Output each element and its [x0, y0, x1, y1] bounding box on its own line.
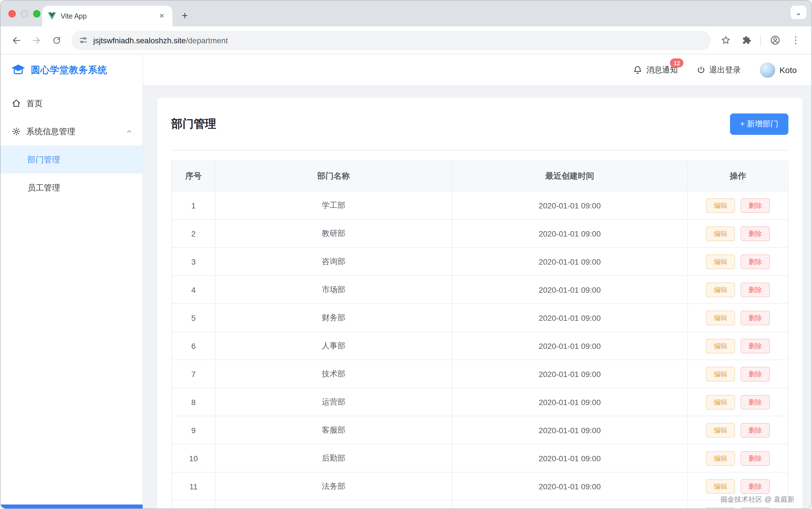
row-number-cell: 7 [172, 360, 215, 388]
actions-cell: 编辑 删除 [687, 276, 788, 304]
sidebar-item-home[interactable]: 首页 [1, 89, 143, 117]
created-time-cell: 2020-01-01 09:00 [452, 388, 687, 416]
delete-button[interactable]: 删除 [741, 226, 770, 241]
delete-button[interactable]: 删除 [741, 198, 770, 213]
new-tab-button[interactable]: + [177, 8, 192, 24]
edit-button[interactable]: 编辑 [706, 310, 735, 325]
tab-title: Vite App [61, 12, 152, 20]
user-avatar [760, 62, 776, 78]
actions-cell: 编辑 删除 [687, 416, 788, 444]
back-button[interactable] [8, 32, 25, 48]
edit-button[interactable]: 编辑 [706, 254, 735, 269]
gear-icon [12, 127, 21, 136]
delete-button[interactable]: 删除 [741, 254, 770, 269]
delete-button[interactable]: 删除 [741, 507, 770, 509]
created-time-cell: 2020-01-01 09:00 [452, 276, 687, 304]
browser-tab[interactable]: Vite App ✕ [42, 6, 172, 26]
browser-profile-icon[interactable] [768, 33, 782, 47]
delete-button[interactable]: 删除 [741, 282, 770, 297]
table-row: 编辑 删除 [172, 500, 788, 509]
department-name-cell: 教研部 [215, 219, 452, 247]
edit-button[interactable]: 编辑 [706, 451, 735, 466]
user-menu[interactable]: Koto [760, 62, 797, 78]
edit-button[interactable]: 编辑 [706, 479, 735, 494]
sidebar-bottom-bar [1, 505, 143, 508]
edit-button[interactable]: 编辑 [706, 423, 735, 437]
site-settings-icon[interactable] [79, 36, 87, 44]
app-header: 消息通知 12 退出登录 Koto [143, 55, 811, 86]
watermark: 掘金技术社区 @ 袁庭新 [720, 495, 795, 505]
department-name-cell: 客服部 [215, 416, 452, 444]
table-row: 11 法务部 2020-01-01 09:00 编辑 删除 [172, 472, 788, 500]
url-text: jsjtswfniadh.sealoshzh.site/department [93, 36, 228, 45]
delete-button[interactable]: 删除 [741, 338, 770, 353]
sidebar-item-employee-mgmt[interactable]: 员工管理 [1, 174, 143, 202]
delete-button[interactable]: 删除 [741, 423, 770, 437]
department-name-cell: 咨询部 [215, 247, 452, 276]
row-number-cell: 1 [172, 191, 215, 219]
url-path: /department [186, 36, 228, 45]
department-name-cell: 法务部 [215, 472, 452, 500]
reload-button[interactable] [48, 32, 65, 48]
edit-button[interactable]: 编辑 [706, 507, 735, 509]
column-header-index: 序号 [172, 161, 215, 191]
sidebar-item-label: 系统信息管理 [26, 126, 120, 137]
department-name-cell: 学工部 [215, 191, 452, 219]
browser-menu-icon[interactable]: ⋮ [789, 33, 803, 47]
department-name-cell: 技术部 [215, 360, 452, 388]
table-row: 4 市场部 2020-01-01 09:00 编辑 删除 [172, 276, 788, 304]
actions-cell: 编辑 删除 [687, 360, 788, 388]
delete-button[interactable]: 删除 [741, 451, 770, 466]
department-table: 序号 部门名称 最近创建时间 操作 1 学工部 2020-01-01 09:00… [171, 161, 788, 509]
created-time-cell: 2020-01-01 09:00 [452, 416, 687, 444]
delete-button[interactable]: 删除 [741, 479, 770, 494]
toolbar-right: ⋮ [715, 33, 806, 47]
sidebar-menu: 首页 系统信息管理 部门管理 员 [1, 86, 143, 202]
column-header-time: 最近创建时间 [452, 161, 687, 191]
department-name-cell: 人事部 [215, 332, 452, 360]
close-window-button[interactable] [8, 10, 16, 18]
actions-cell: 编辑 删除 [687, 191, 788, 219]
created-time-cell: 2020-01-01 09:00 [452, 472, 687, 500]
sidebar-item-department-mgmt[interactable]: 部门管理 [1, 145, 143, 174]
home-icon [12, 99, 21, 108]
created-time-cell: 2020-01-01 09:00 [452, 444, 687, 472]
minimize-window-button[interactable] [21, 10, 28, 18]
actions-cell: 编辑 删除 [687, 247, 788, 276]
logout-button[interactable]: 退出登录 [697, 65, 741, 75]
created-time-cell: 2020-01-01 09:00 [452, 247, 687, 276]
forward-button[interactable] [28, 32, 45, 48]
chevron-down-icon: ⌄ [796, 8, 802, 16]
delete-button[interactable]: 删除 [741, 367, 770, 381]
row-number-cell: 2 [172, 219, 215, 247]
brand-logo-icon [11, 63, 26, 78]
edit-button[interactable]: 编辑 [706, 226, 735, 241]
zoom-window-button[interactable] [33, 10, 40, 18]
notifications-button[interactable]: 消息通知 12 [633, 65, 678, 75]
edit-button[interactable]: 编辑 [706, 367, 735, 381]
notification-badge: 12 [670, 58, 683, 67]
extensions-icon[interactable] [740, 33, 753, 47]
bell-icon [633, 65, 642, 75]
add-department-button[interactable]: + 新增部门 [730, 113, 788, 135]
edit-button[interactable]: 编辑 [706, 282, 735, 297]
created-time-cell [452, 500, 687, 509]
delete-button[interactable]: 删除 [741, 310, 770, 325]
sidebar-item-system-info[interactable]: 系统信息管理 [1, 117, 143, 145]
table-row: 6 人事部 2020-01-01 09:00 编辑 删除 [172, 332, 788, 360]
close-tab-icon[interactable]: ✕ [157, 11, 167, 21]
toolbar-separator [760, 35, 761, 46]
table-row: 2 教研部 2020-01-01 09:00 编辑 删除 [172, 219, 788, 247]
power-icon [697, 66, 705, 74]
table-row: 10 后勤部 2020-01-01 09:00 编辑 删除 [172, 444, 788, 472]
edit-button[interactable]: 编辑 [706, 198, 735, 213]
department-name-cell [215, 500, 452, 509]
delete-button[interactable]: 删除 [741, 395, 770, 409]
table-row: 3 咨询部 2020-01-01 09:00 编辑 删除 [172, 247, 788, 276]
bookmark-star-icon[interactable] [719, 33, 732, 47]
edit-button[interactable]: 编辑 [706, 395, 735, 409]
address-bar[interactable]: jsjtswfniadh.sealoshzh.site/department [71, 31, 711, 50]
tab-search-button[interactable]: ⌄ [791, 6, 806, 19]
brand: 圆心学堂教务系统 [1, 55, 143, 86]
edit-button[interactable]: 编辑 [706, 338, 735, 353]
